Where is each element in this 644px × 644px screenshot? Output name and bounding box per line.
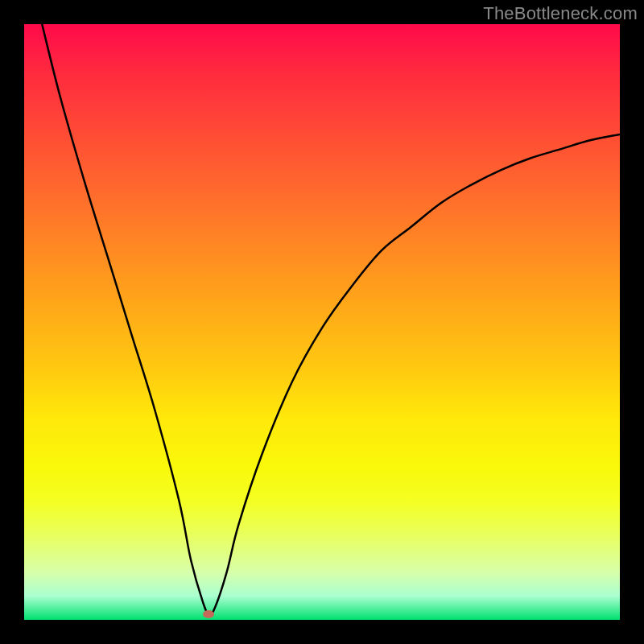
plot-area	[24, 24, 620, 620]
bottleneck-curve	[42, 24, 620, 614]
watermark-text: TheBottleneck.com	[483, 3, 638, 24]
curve-svg	[24, 24, 620, 620]
chart-frame: TheBottleneck.com	[0, 0, 644, 644]
min-marker	[203, 610, 214, 618]
